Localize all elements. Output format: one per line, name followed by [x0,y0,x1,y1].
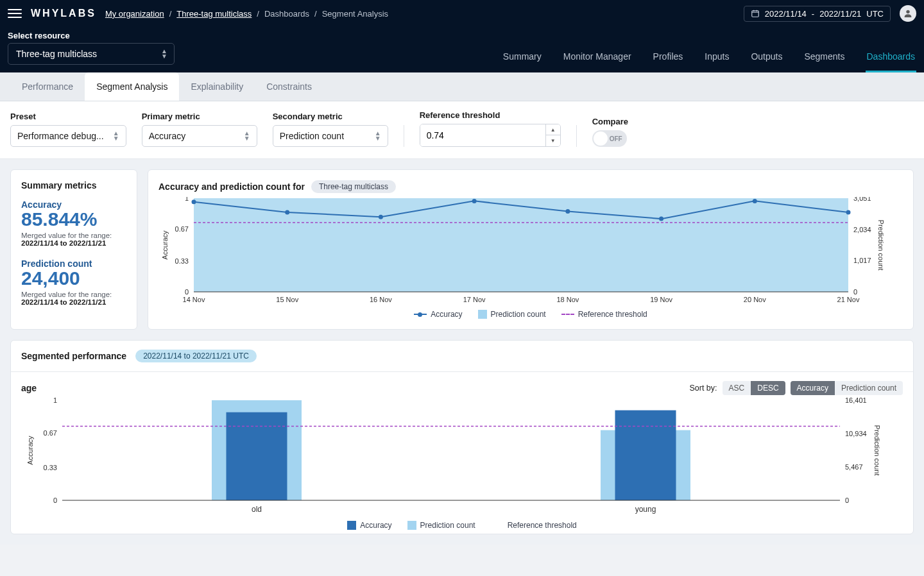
svg-point-7 [379,215,383,219]
divider [576,125,577,147]
chevron-updown-icon: ▲▼ [113,131,119,141]
nav-profiles[interactable]: Profiles [652,45,685,72]
svg-text:2,034: 2,034 [853,226,871,233]
svg-text:0.67: 0.67 [175,225,189,233]
sort-asc[interactable]: ASC [723,381,751,395]
svg-text:Prediction count: Prediction count [873,425,881,476]
user-avatar[interactable] [900,5,916,22]
sort-direction: ASC DESC [723,381,785,395]
secondary-metric-select[interactable]: Prediction count ▲▼ [273,125,388,147]
svg-rect-35 [615,411,676,500]
resource-label: Select resource [8,31,175,40]
svg-text:15 Nov: 15 Nov [276,296,298,303]
svg-text:16 Nov: 16 Nov [370,296,392,303]
resource-select[interactable]: Three-tag multiclass ▲▼ [8,43,175,65]
crumb-page: Segment Analysis [322,9,388,19]
breadcrumb: My organization / Three-tag multiclass /… [105,9,388,19]
sort-accuracy[interactable]: Accuracy [791,381,835,395]
subtabs: Performance Segment Analysis Explainabil… [0,72,924,101]
svg-text:0.33: 0.33 [44,464,57,471]
sort-metric: Accuracy Prediction count [791,381,903,395]
svg-text:1: 1 [53,396,57,404]
chevron-updown-icon: ▲▼ [244,131,250,141]
user-icon [903,8,913,19]
svg-point-9 [565,209,570,214]
svg-text:14 Nov: 14 Nov [183,296,205,303]
date-range-picker[interactable]: 2022/11/14 - 2022/11/21 UTC [744,6,891,22]
threshold-step-up[interactable]: ▲ [546,124,560,135]
primary-metric-select[interactable]: Accuracy ▲▼ [142,125,257,147]
compare-label: Compare [592,117,628,126]
tab-segment-analysis[interactable]: Segment Analysis [85,72,179,101]
svg-point-1 [906,10,909,13]
svg-text:0: 0 [53,496,57,504]
svg-text:3,051: 3,051 [853,197,871,202]
crumb-sep: / [169,9,172,19]
accuracy-value: 85.844% [21,210,126,229]
svg-point-6 [285,210,289,214]
summary-title: Summary metrics [21,180,126,191]
chevron-updown-icon: ▲▼ [161,49,167,59]
segment-chart-legend: Accuracy Prediction count Reference thre… [21,521,903,530]
crumb-org[interactable]: My organization [105,9,164,19]
compare-toggle[interactable]: OFF [592,130,627,147]
svg-text:21 Nov: 21 Nov [837,296,860,303]
svg-text:0: 0 [845,496,849,504]
svg-text:Accuracy: Accuracy [26,436,34,465]
nav-inputs[interactable]: Inputs [703,45,730,72]
prediction-count-sub: Merged value for the range:2022/11/14 to… [21,291,126,306]
nav-outputs[interactable]: Outputs [749,45,783,72]
date-to: 2022/11/21 [819,9,861,19]
nav-segments[interactable]: Segments [803,45,846,72]
svg-text:19 Nov: 19 Nov [650,296,672,303]
date-from: 2022/11/14 [765,9,807,19]
svg-text:18 Nov: 18 Nov [556,296,579,303]
threshold-input[interactable]: ▲ ▼ [420,124,561,147]
secondary-metric-label: Secondary metric [273,112,388,121]
crumb-section: Dashboards [264,9,309,19]
sort-controls: Sort by: ASC DESC Accuracy Prediction co… [689,381,903,395]
svg-text:17 Nov: 17 Nov [463,296,486,303]
resource-chip: Three-tag multiclass [311,180,396,193]
svg-text:10,934: 10,934 [845,430,867,437]
nav-summary[interactable]: Summary [502,45,543,72]
controls-bar: Preset Performance debug... ▲▼ Primary m… [0,101,924,159]
tab-performance[interactable]: Performance [10,72,85,101]
svg-text:16,401: 16,401 [845,396,867,404]
calendar-icon [751,9,760,18]
svg-point-5 [192,199,196,204]
date-tz: UTC [866,9,884,19]
segment-chart: oldyoung00.330.67105,46710,93416,401Accu… [21,395,881,517]
threshold-field[interactable] [420,124,545,146]
tab-constraints[interactable]: Constraints [255,72,323,101]
topbar: WHYLABS My organization / Three-tag mult… [0,0,924,72]
svg-text:0.33: 0.33 [175,257,189,265]
svg-text:5,467: 5,467 [845,463,863,471]
svg-point-12 [846,210,851,214]
svg-text:Prediction count: Prediction count [877,220,884,271]
main-nav: Summary Monitor Manager Profiles Inputs … [502,45,916,72]
crumb-resource[interactable]: Three-tag multiclass [176,9,252,19]
svg-text:young: young [635,505,656,514]
svg-text:0.67: 0.67 [44,429,57,437]
sort-label: Sort by: [689,384,717,393]
segmented-performance-card: Segmented performance 2022/11/14 to 2022… [10,340,914,534]
svg-text:1,017: 1,017 [853,257,871,264]
prediction-count-value: 24,400 [21,269,126,288]
svg-text:20 Nov: 20 Nov [744,296,766,303]
chevron-updown-icon: ▲▼ [375,131,381,141]
threshold-label: Reference threshold [420,110,561,120]
preset-select[interactable]: Performance debug... ▲▼ [10,125,126,147]
segmented-range: 2022/11/14 to 2022/11/21 UTC [135,350,257,362]
svg-point-10 [659,217,663,221]
svg-rect-0 [752,11,759,17]
segmented-title: Segmented performance [21,351,126,361]
menu-icon[interactable] [8,6,22,21]
nav-monitor[interactable]: Monitor Manager [562,45,633,72]
svg-text:Accuracy: Accuracy [161,230,169,260]
threshold-step-down[interactable]: ▼ [546,135,560,146]
nav-dashboards[interactable]: Dashboards [866,45,917,72]
sort-prediction-count[interactable]: Prediction count [835,381,903,395]
tab-explainability[interactable]: Explainability [179,72,255,101]
sort-desc[interactable]: DESC [751,381,785,395]
